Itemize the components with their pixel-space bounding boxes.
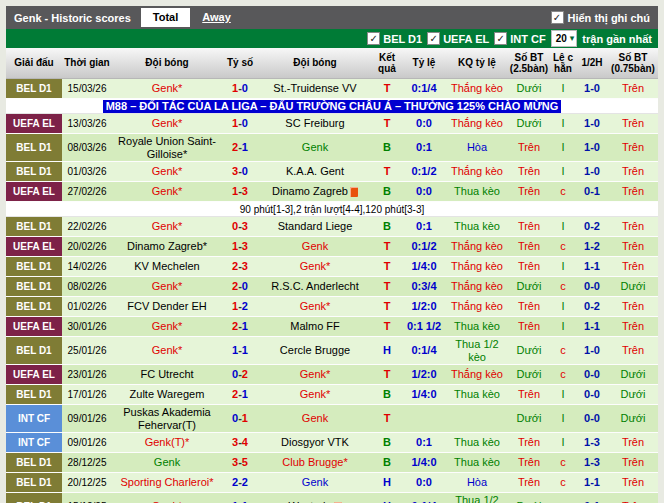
team-name: Genk* xyxy=(300,300,331,312)
over-under-0-75: Trên xyxy=(608,82,658,94)
handicap-result: Thua kèo xyxy=(446,185,508,197)
leg-indicator: I xyxy=(550,388,576,400)
result-letter: T xyxy=(372,280,402,292)
team-name: Diosgyor VTK xyxy=(281,436,349,448)
table-row: BEL D108/03/26Royale Union Saint-Gillois… xyxy=(6,134,658,162)
over-under-0-75: Trên xyxy=(608,240,658,252)
home-team-cell: Zulte Waregem xyxy=(112,388,222,400)
result-letter: H xyxy=(372,476,402,488)
away-team-cell: Genk xyxy=(258,476,372,488)
over-under-2-5: Trên xyxy=(508,220,550,232)
away-score: 3 xyxy=(242,240,248,252)
match-date: 27/02/26 xyxy=(62,186,112,197)
league-filter-checkbox-bel-d1[interactable] xyxy=(367,32,380,45)
home-team-cell: Genk* xyxy=(112,320,222,332)
handicap-result: Thắng kèo xyxy=(446,165,508,177)
match-date: 28/12/25 xyxy=(62,457,112,468)
table-row: UEFA EL23/01/26FC Utrecht0-2Genk*T1/2:0T… xyxy=(6,365,658,385)
score-cell: 3-4 xyxy=(222,436,258,448)
home-team-cell: Genk xyxy=(112,456,222,468)
table-header: Giải đấuThời gianĐội bóngTỷ sốĐội bóngKế… xyxy=(6,48,658,79)
away-team-cell: Genk xyxy=(258,240,372,252)
over-under-0-75: Trên xyxy=(608,300,658,312)
match-count-select[interactable]: 20 xyxy=(551,30,578,47)
result-letter: B xyxy=(372,220,402,232)
leg-indicator: c xyxy=(550,185,576,197)
match-date: 13/03/26 xyxy=(62,118,112,129)
away-team-cell: Standard Liege xyxy=(258,220,372,232)
handicap-odds: 0:1 xyxy=(402,141,446,153)
show-notes-checkbox[interactable] xyxy=(551,11,564,24)
league-cell: BEL D1 xyxy=(6,493,62,503)
league-filter-checkbox-uefa-el[interactable] xyxy=(427,32,440,45)
home-team-cell: Genk* xyxy=(112,220,222,232)
handicap-odds: 0:1 xyxy=(402,220,446,232)
table-row: BEL D101/03/26Genk*3-0K.A.A. GentT0:1/2T… xyxy=(6,162,658,182)
handicap-odds: 0:3/4 xyxy=(402,280,446,292)
score-cell: 0-2 xyxy=(222,368,258,380)
home-team-cell: Genk* xyxy=(112,117,222,129)
leg-indicator: I xyxy=(550,436,576,448)
over-under-0-75: Trên xyxy=(608,344,658,356)
result-letter: B xyxy=(372,456,402,468)
ad-banner[interactable]: M88 – ĐỐI TÁC CỦA LA LIGA – ĐẤU TRƯỜNG C… xyxy=(6,99,658,114)
team-name: Genk* xyxy=(152,82,183,94)
tab-total[interactable]: Total xyxy=(141,8,190,27)
away-team-cell: Genk xyxy=(258,141,372,153)
league-badge: UEFA EL xyxy=(6,317,62,336)
away-score: 5 xyxy=(242,456,248,468)
table-row: UEFA EL30/01/26Genk*2-1Malmo FFT0:1 1/2T… xyxy=(6,317,658,337)
score-cell: 2-1 xyxy=(222,141,258,153)
league-badge: UEFA EL xyxy=(6,237,62,256)
half-time-score: 0-0 xyxy=(576,368,608,380)
leg-indicator: c xyxy=(550,368,576,380)
half-time-score: 1-1 xyxy=(576,476,608,488)
over-under-0-75: Trên xyxy=(608,476,658,488)
match-date: 15/03/26 xyxy=(62,83,112,94)
away-team-cell: Genk* xyxy=(258,368,372,380)
half-time-score: 0-1 xyxy=(576,185,608,197)
home-team-cell: Genk* xyxy=(112,82,222,94)
leg-indicator: I xyxy=(550,220,576,232)
handicap-result: Thua 1/2 kèo xyxy=(446,494,508,503)
home-team-cell: Genk* xyxy=(112,280,222,292)
handicap-result: Thắng kèo xyxy=(446,240,508,252)
over-under-2-5: Dưới xyxy=(508,368,550,380)
team-name: St.-Truidense VV xyxy=(273,82,356,94)
team-name: Genk(T)* xyxy=(145,436,190,448)
result-letter: H xyxy=(372,344,402,356)
over-under-2-5: Trên xyxy=(508,240,550,252)
half-time-score: 1-0 xyxy=(576,165,608,177)
league-cell: BEL D1 xyxy=(6,297,62,316)
table-row: INT CF09/01/26Puskas Akademia Fehervar(T… xyxy=(6,405,658,433)
league-filter-checkbox-int-cf[interactable] xyxy=(494,32,507,45)
handicap-odds: 0:0 xyxy=(402,117,446,129)
result-letter: T xyxy=(372,300,402,312)
score-cell: 1-0 xyxy=(222,82,258,94)
red-card-icon xyxy=(350,187,358,197)
away-score: 1 xyxy=(242,388,248,400)
handicap-result: Thua kèo xyxy=(446,320,508,332)
league-badge: BEL D1 xyxy=(6,277,62,296)
away-score: 0 xyxy=(242,82,248,94)
home-team-cell: Genk* xyxy=(112,344,222,356)
handicap-odds: 0:1 xyxy=(402,436,446,448)
team-name: Sporting Charleroi* xyxy=(121,476,214,488)
leg-indicator: I xyxy=(550,82,576,94)
column-header: Số BT (0.75bàn) xyxy=(608,51,658,76)
half-time-score: 1-0 xyxy=(576,141,608,153)
leg-indicator: I xyxy=(550,300,576,312)
away-score: 3 xyxy=(242,185,248,197)
away-score: 1 xyxy=(242,344,248,356)
tab-away[interactable]: Away xyxy=(190,8,243,27)
leg-indicator: c xyxy=(550,456,576,468)
table-row: BEL D115/03/26Genk*1-0St.-Truidense VVT0… xyxy=(6,79,658,99)
league-badge: BEL D1 xyxy=(6,257,62,276)
away-team-cell: Genk* xyxy=(258,260,372,272)
result-letter: T xyxy=(372,165,402,177)
match-note-text: 90 phút[1-3],2 trận lượt[4-4],120 phút[3… xyxy=(240,204,424,215)
league-badge: BEL D1 xyxy=(6,162,62,181)
over-under-2-5: Trên xyxy=(508,141,550,153)
score-cell: 2-0 xyxy=(222,280,258,292)
away-score: 1 xyxy=(242,320,248,332)
